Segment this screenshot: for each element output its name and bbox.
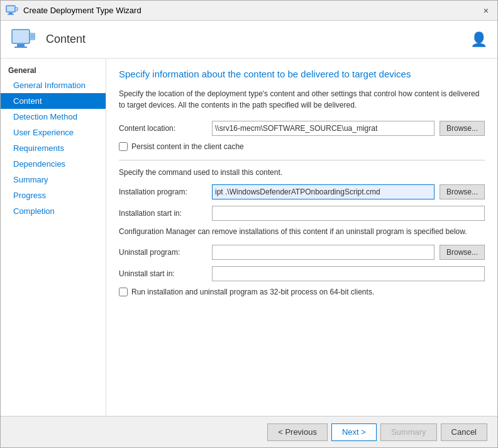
sidebar-item-requirements[interactable]: Requirements <box>1 140 106 156</box>
content-area: Specify information about the content to… <box>106 59 497 416</box>
description-text: Specify the location of the deployment t… <box>119 88 485 111</box>
svg-rect-2 <box>8 14 14 15</box>
uninstall-program-row: Uninstall program: Browse... <box>119 245 485 260</box>
wizard-icon <box>6 4 18 17</box>
main-content: General General Information Content Dete… <box>1 59 497 416</box>
dialog: Create Deployment Type Wizard × Content … <box>0 0 498 448</box>
divider-1 <box>119 160 485 160</box>
sidebar-item-progress[interactable]: Progress <box>1 188 106 203</box>
installation-start-in-label: Installation start in: <box>119 209 207 218</box>
svg-rect-3 <box>15 8 18 11</box>
sidebar: General General Information Content Dete… <box>1 59 106 416</box>
previous-button[interactable]: < Previous <box>267 423 328 441</box>
run-as-32bit-checkbox[interactable] <box>119 288 128 296</box>
content-title: Specify information about the content to… <box>119 69 485 79</box>
svg-rect-4 <box>12 30 30 43</box>
title-text: Create Deployment Type Wizard <box>23 6 141 15</box>
sidebar-item-general-information[interactable]: General Information <box>1 77 106 93</box>
uninstall-start-in-input[interactable] <box>212 266 485 281</box>
persist-cache-checkbox[interactable] <box>119 142 128 151</box>
installation-program-label: Installation program: <box>119 188 207 196</box>
svg-rect-6 <box>14 47 27 48</box>
title-bar-left: Create Deployment Type Wizard <box>6 4 141 17</box>
sidebar-item-content[interactable]: Content <box>1 93 106 109</box>
header-title: Content <box>46 33 86 46</box>
svg-rect-8 <box>31 34 34 38</box>
header-bar: Content 👤 <box>1 21 497 59</box>
next-button[interactable]: Next > <box>331 423 377 441</box>
sidebar-item-completion[interactable]: Completion <box>1 203 106 219</box>
svg-rect-0 <box>6 6 15 12</box>
uninstall-program-label: Uninstall program: <box>119 248 207 257</box>
persist-cache-row: Persist content in the client cache <box>119 142 485 151</box>
svg-rect-5 <box>17 44 25 47</box>
installation-program-row: Installation program: Browse... <box>119 184 485 199</box>
person-icon: 👤 <box>470 31 487 48</box>
uninstall-program-browse-button[interactable]: Browse... <box>440 245 485 260</box>
content-location-label: Content location: <box>119 124 207 133</box>
content-location-input[interactable] <box>212 121 434 136</box>
notice-text: Configuration Manager can remove install… <box>119 227 485 236</box>
svg-rect-1 <box>9 13 13 14</box>
install-section-text: Specify the command used to install this… <box>119 168 485 177</box>
installation-program-input[interactable] <box>212 184 434 199</box>
sidebar-item-dependencies[interactable]: Dependencies <box>1 156 106 172</box>
footer: < Previous Next > Summary Cancel <box>1 416 497 447</box>
uninstall-start-in-label: Uninstall start in: <box>119 269 207 278</box>
persist-cache-label: Persist content in the client cache <box>131 142 244 151</box>
cancel-button[interactable]: Cancel <box>441 423 487 441</box>
installation-program-browse-button[interactable]: Browse... <box>440 184 485 199</box>
uninstall-program-input[interactable] <box>212 245 434 260</box>
uninstall-start-in-row: Uninstall start in: <box>119 266 485 281</box>
header-bar-left: Content <box>11 27 86 52</box>
title-bar: Create Deployment Type Wizard × <box>1 1 497 21</box>
run-as-32bit-row: Run installation and uninstall program a… <box>119 288 485 296</box>
sidebar-item-summary[interactable]: Summary <box>1 172 106 188</box>
installation-start-in-input[interactable] <box>212 206 485 221</box>
content-location-browse-button[interactable]: Browse... <box>440 121 485 136</box>
sidebar-section-label: General <box>1 64 106 77</box>
summary-button[interactable]: Summary <box>380 423 437 441</box>
sidebar-item-user-experience[interactable]: User Experience <box>1 125 106 140</box>
installation-start-in-row: Installation start in: <box>119 206 485 221</box>
sidebar-item-detection-method[interactable]: Detection Method <box>1 109 106 125</box>
header-icon <box>11 27 36 52</box>
run-as-32bit-label: Run installation and uninstall program a… <box>131 288 374 296</box>
close-button[interactable]: × <box>480 4 492 17</box>
content-location-row: Content location: Browse... <box>119 121 485 136</box>
